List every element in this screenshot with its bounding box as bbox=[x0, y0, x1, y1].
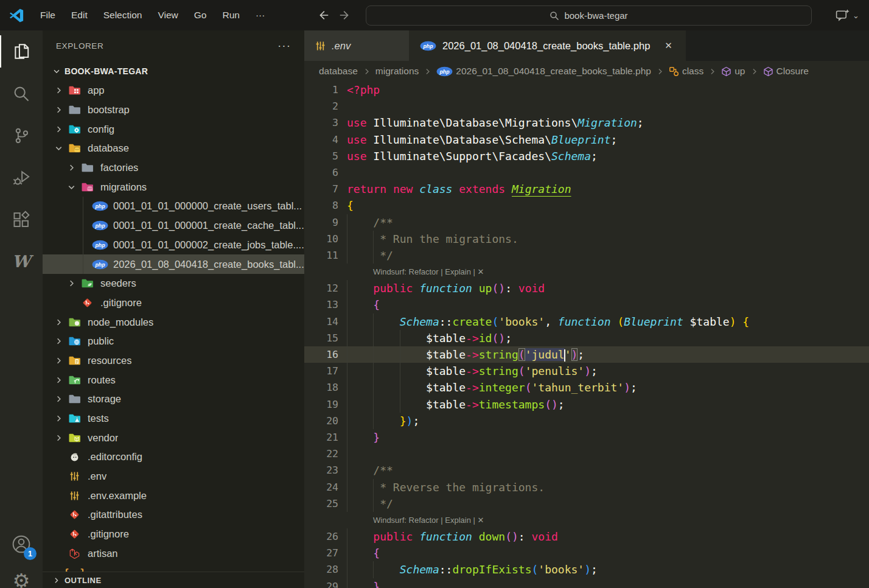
menu-go[interactable]: Go bbox=[186, 6, 215, 24]
code-line-13[interactable]: 13 { bbox=[304, 296, 869, 313]
code-line-28[interactable]: 28 Schema::dropIfExists('books'); bbox=[304, 561, 869, 578]
tree-item-.env.example[interactable]: .env.example bbox=[43, 486, 304, 505]
tree-item-public[interactable]: public bbox=[43, 332, 304, 351]
activity-extensions-icon[interactable] bbox=[0, 198, 43, 240]
activity-windsurf-icon[interactable]: W bbox=[0, 240, 43, 282]
symbol-method-icon bbox=[763, 66, 773, 77]
code-editor[interactable]: 1<?php23use Illuminate\Database\Migratio… bbox=[304, 82, 869, 588]
code-line-5[interactable]: 5use Illuminate\Support\Facades\Schema; bbox=[304, 148, 869, 164]
code-line-22[interactable]: 22 bbox=[304, 446, 869, 462]
breadcrumb-separator-icon bbox=[708, 68, 716, 75]
forward-arrow-icon[interactable] bbox=[338, 9, 352, 22]
activity-search-icon[interactable] bbox=[0, 72, 43, 114]
tree-item-factories[interactable]: factories bbox=[43, 158, 304, 178]
svg-text:php: php bbox=[439, 68, 450, 74]
code-line-23[interactable]: 23 /** bbox=[304, 462, 869, 478]
tree-item-.gitattributes[interactable]: .gitattributes bbox=[43, 505, 304, 525]
menu-file[interactable]: File bbox=[32, 6, 63, 24]
breadcrumb-database[interactable]: database bbox=[319, 66, 358, 77]
code-line-21[interactable]: 21 } bbox=[304, 429, 869, 446]
explorer-more-actions-button[interactable]: ··· bbox=[277, 39, 291, 52]
code-line-27[interactable]: 27 { bbox=[304, 545, 869, 561]
tab-2026_01_08_040418_create_books_table.php[interactable]: php2026_01_08_040418_create_books_table.… bbox=[409, 30, 686, 61]
windsurf-chat-button[interactable]: ⌄ bbox=[835, 0, 859, 30]
activity-explorer-icon[interactable] bbox=[0, 30, 43, 72]
tree-item-0001_01_01_000001_create_cache_tabl...[interactable]: php0001_01_01_000001_create_cache_tabl..… bbox=[43, 216, 304, 236]
breadcrumb-closure[interactable]: Closure bbox=[763, 66, 809, 77]
menu-edit[interactable]: Edit bbox=[63, 6, 96, 24]
code-line-25[interactable]: 25 */ bbox=[304, 495, 869, 512]
folder-vendor-icon bbox=[66, 433, 83, 443]
menu-moremoremore[interactable]: ··· bbox=[248, 6, 273, 24]
line-number: 27 bbox=[304, 545, 347, 561]
code-line-20[interactable]: 20 }); bbox=[304, 413, 869, 429]
tree-item-storage[interactable]: storage bbox=[43, 390, 304, 409]
activity-source-control-icon[interactable] bbox=[0, 114, 43, 156]
menu-view[interactable]: View bbox=[150, 6, 186, 24]
breadcrumb-up[interactable]: up bbox=[721, 66, 745, 77]
tree-item-.editorconfig[interactable]: .editorconfig bbox=[43, 447, 304, 467]
activity-settings-icon[interactable]: ⚙ bbox=[0, 565, 43, 588]
tree-item-migrations[interactable]: migrations bbox=[43, 177, 304, 197]
code-line-19[interactable]: 19 $table->timestamps(); bbox=[304, 396, 869, 413]
breadcrumb-migrations[interactable]: migrations bbox=[375, 66, 419, 77]
code-line-2[interactable]: 2 bbox=[304, 98, 869, 114]
code-line-10[interactable]: 10 * Run the migrations. bbox=[304, 231, 869, 247]
tree-item-0001_01_01_000002_create_jobs_table....[interactable]: php0001_01_01_000002_create_jobs_table..… bbox=[43, 236, 304, 255]
activity-account-icon[interactable]: 1 bbox=[0, 523, 43, 565]
outline-section-header[interactable]: OUTLINE bbox=[43, 572, 304, 588]
code-line-17[interactable]: 17 $table->string('penulis'); bbox=[304, 363, 869, 379]
command-center-search[interactable]: book-bwa-tegar bbox=[366, 5, 812, 26]
breadcrumb-label: database bbox=[319, 66, 358, 77]
tree-item-.gitignore[interactable]: .gitignore bbox=[43, 525, 304, 544]
tree-item-config[interactable]: config bbox=[43, 119, 304, 139]
project-root-row[interactable]: BOOK-BWA-TEGAR bbox=[43, 61, 304, 81]
code-line-3[interactable]: 3use Illuminate\Database\Migrations\Migr… bbox=[304, 114, 869, 131]
codelens-row[interactable]: Windsurf: Refactor | Explain | ✕ bbox=[304, 264, 869, 280]
code-line-4[interactable]: 4use Illuminate\Database\Schema\Blueprin… bbox=[304, 131, 869, 148]
menu-run[interactable]: Run bbox=[214, 6, 247, 24]
code-line-12[interactable]: 12 public function up(): void bbox=[304, 280, 869, 296]
code-line-24[interactable]: 24 * Reverse the migrations. bbox=[304, 479, 869, 495]
breadcrumb-2026_01_08_040418_create_books_table.php[interactable]: php2026_01_08_040418_create_books_table.… bbox=[436, 66, 651, 77]
tree-item-bootstrap[interactable]: bootstrap bbox=[43, 100, 304, 120]
tree-item-label: .editorconfig bbox=[88, 451, 142, 463]
tree-item-database[interactable]: database bbox=[43, 139, 304, 158]
tab-label: .env bbox=[332, 40, 351, 52]
tree-item-.gitignore[interactable]: .gitignore bbox=[43, 293, 304, 313]
tree-item-resources[interactable]: resources bbox=[43, 351, 304, 371]
tree-item-vendor[interactable]: vendor bbox=[43, 428, 304, 447]
code-line-18[interactable]: 18 $table->integer('tahun_terbit'); bbox=[304, 379, 869, 396]
code-line-26[interactable]: 26 public function down(): void bbox=[304, 528, 869, 545]
windsurf-codelens[interactable]: Windsurf: Refactor | Explain | ✕ bbox=[347, 512, 869, 528]
code-line-content: }); bbox=[347, 413, 869, 429]
breadcrumb-class[interactable]: class bbox=[669, 66, 703, 77]
tree-item-0001_01_01_000000_create_users_tabl...[interactable]: php0001_01_01_000000_create_users_tabl..… bbox=[43, 197, 304, 216]
back-arrow-icon[interactable] bbox=[316, 9, 330, 22]
code-line-7[interactable]: 7return new class extends Migration bbox=[304, 181, 869, 197]
tab-close-icon[interactable]: ✕ bbox=[662, 39, 675, 52]
code-line-1[interactable]: 1<?php bbox=[304, 82, 869, 98]
tree-item-seeders[interactable]: seeders bbox=[43, 274, 304, 293]
code-line-29[interactable]: 29 } bbox=[304, 578, 869, 588]
code-line-9[interactable]: 9 /** bbox=[304, 214, 869, 231]
code-line-6[interactable]: 6 bbox=[304, 164, 869, 181]
code-line-16[interactable]: 16 $table->string('judul'); bbox=[304, 346, 869, 363]
windsurf-codelens[interactable]: Windsurf: Refactor | Explain | ✕ bbox=[347, 264, 869, 280]
tree-item-.env[interactable]: .env bbox=[43, 467, 304, 486]
code-line-content: /** bbox=[347, 462, 869, 478]
codelens-row[interactable]: Windsurf: Refactor | Explain | ✕ bbox=[304, 512, 869, 528]
activity-run-debug-icon[interactable] bbox=[0, 156, 43, 198]
tree-item-node_modules[interactable]: node_modules bbox=[43, 312, 304, 332]
menu-selection[interactable]: Selection bbox=[96, 6, 150, 24]
code-line-11[interactable]: 11 */ bbox=[304, 247, 869, 264]
tab-.env[interactable]: .env bbox=[304, 30, 409, 61]
tree-item-routes[interactable]: routes bbox=[43, 370, 304, 390]
tree-item-artisan[interactable]: artisan bbox=[43, 544, 304, 564]
code-line-8[interactable]: 8{ bbox=[304, 197, 869, 214]
code-line-14[interactable]: 14 Schema::create('books', function (Blu… bbox=[304, 313, 869, 330]
tree-item-app[interactable]: app bbox=[43, 81, 304, 100]
tree-item-2026_01_08_040418_create_books_tabl...[interactable]: php2026_01_08_040418_create_books_tabl..… bbox=[43, 254, 304, 274]
tree-item-tests[interactable]: tests bbox=[43, 409, 304, 429]
code-line-15[interactable]: 15 $table->id(); bbox=[304, 330, 869, 346]
